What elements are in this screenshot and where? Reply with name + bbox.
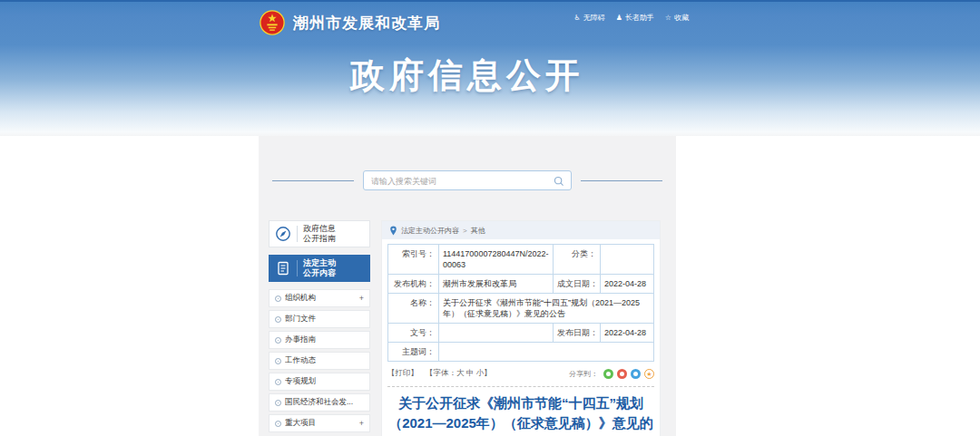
accessibility-icon: ♿ (573, 15, 580, 22)
sidebar-item-special-planning[interactable]: 专项规划 (269, 373, 370, 391)
divider (297, 260, 298, 276)
document-info-table: 索引号： 11441700007280447N/2022-00063 分类： 发… (387, 244, 654, 362)
circle-bullet-icon (275, 358, 281, 364)
written-date-label: 成文日期： (554, 275, 601, 294)
qq-share-icon[interactable] (631, 369, 641, 379)
sidebar-item-department-documents[interactable]: 部门文件 (269, 310, 370, 328)
star-icon: ☆ (665, 15, 671, 22)
written-date-value: 2022-04-28 (601, 275, 654, 294)
document-icon (270, 260, 297, 276)
sidebar-item-label: 工作动态 (285, 355, 364, 366)
site-name: 潮州市发展和改革局 (293, 13, 440, 34)
sidebar-item-service-guide[interactable]: 办事指南 (269, 331, 370, 349)
location-pin-icon (389, 226, 397, 236)
wechat-share-icon[interactable] (603, 369, 613, 379)
circle-bullet-icon (275, 400, 281, 406)
breadcrumb-current: 其他 (471, 226, 485, 236)
keywords-value (439, 343, 654, 362)
sidebar-item-label: 部门文件 (285, 314, 364, 325)
favorite-share-icon[interactable] (644, 369, 654, 379)
agency-label: 发布机构： (388, 275, 439, 294)
content-panel: 政府信息公开指南 法定主动公开内容 组织机构 + (259, 136, 676, 436)
weibo-share-icon[interactable] (617, 369, 627, 379)
sidebar-item-guide[interactable]: 政府信息公开指南 (269, 220, 370, 247)
table-row: 索引号： 11441700007280447N/2022-00063 分类： (388, 245, 654, 275)
doc-number-value (439, 324, 554, 343)
table-row: 文号： 发布日期： 2022-04-28 (388, 324, 654, 343)
circle-bullet-icon (275, 316, 281, 323)
print-button[interactable]: 【打印】 (387, 368, 418, 379)
sidebar-item-label: 重大项目 (285, 418, 359, 429)
dotted-divider (387, 386, 654, 387)
expand-icon[interactable]: + (359, 419, 364, 428)
index-number-label: 索引号： (388, 245, 439, 275)
breadcrumb: 法定主动公开内容 > 其他 (382, 221, 660, 239)
sidebar-item-national-economy[interactable]: 国民经济和社会发... (269, 393, 370, 412)
name-value: 关于公开征求《潮州市节能“十四五”规划（2021—2025年）（征求意见稿）》意… (439, 294, 654, 324)
table-row: 发布机构： 潮州市发展和改革局 成文日期： 2022-04-28 (388, 275, 654, 294)
sidebar-item-major-projects[interactable]: 重大项目 + (269, 414, 370, 432)
person-icon: ♟ (616, 15, 622, 22)
circle-bullet-icon (275, 379, 281, 385)
category-value (601, 245, 654, 275)
publish-date-value: 2022-04-28 (601, 324, 654, 343)
index-number-value: 11441700007280447N/2022-00063 (439, 245, 554, 275)
table-row: 主题词： (388, 343, 654, 362)
sidebar-item-work-updates[interactable]: 工作动态 (269, 352, 370, 370)
elder-assistant-label: 长者助手 (625, 13, 654, 23)
left-divider (272, 180, 354, 181)
circle-bullet-icon (275, 421, 281, 427)
circle-bullet-icon (275, 296, 281, 302)
circle-bullet-icon (275, 337, 281, 344)
expand-icon[interactable]: + (359, 294, 364, 303)
search-box (363, 170, 572, 190)
breadcrumb-section[interactable]: 法定主动公开内容 (401, 226, 459, 236)
sidebar-item-statutory-disclosure[interactable]: 法定主动公开内容 (269, 255, 370, 282)
sidebar: 政府信息公开指南 法定主动公开内容 组织机构 + (269, 220, 370, 435)
site-brand[interactable]: 潮州市发展和改革局 (259, 9, 440, 36)
right-divider (581, 180, 662, 181)
elder-assistant-link[interactable]: ♟ 长者助手 (616, 13, 654, 23)
national-emblem-icon (259, 9, 286, 36)
document-area: 法定主动公开内容 > 其他 索引号： 11441700007280447N/20… (381, 220, 661, 436)
name-label: 名称： (388, 294, 439, 324)
sidebar-item-label: 政府信息公开指南 (303, 224, 343, 244)
sidebar-item-label: 国民经济和社会发... (285, 397, 364, 408)
search-section (259, 136, 676, 190)
banner-title: 政府信息公开 (259, 53, 676, 99)
sidebar-item-organization[interactable]: 组织机构 + (269, 289, 370, 307)
breadcrumb-separator: > (463, 227, 467, 235)
accessibility-link[interactable]: ♿ 无障碍 (573, 13, 604, 23)
utility-links: ♿ 无障碍 ♟ 长者助手 ☆ 收藏 (573, 13, 689, 23)
keywords-label: 主题词： (388, 343, 439, 362)
category-label: 分类： (554, 245, 601, 275)
agency-value: 潮州市发展和改革局 (439, 275, 554, 294)
share-label: 分享到： (569, 369, 598, 379)
font-size-control[interactable]: 【字体：大 中 小】 (426, 368, 492, 379)
favorite-label: 收藏 (674, 13, 689, 23)
page-banner: 潮州市发展和改革局 ♿ 无障碍 ♟ 长者助手 ☆ 收藏 政府信息公开 (0, 0, 980, 136)
doc-number-label: 文号： (388, 324, 439, 343)
table-row: 名称： 关于公开征求《潮州市节能“十四五”规划（2021—2025年）（征求意见… (388, 294, 654, 324)
compass-icon (270, 226, 297, 242)
publish-date-label: 发布日期： (554, 324, 601, 343)
sidebar-item-label: 专项规划 (285, 376, 364, 387)
divider (297, 226, 298, 242)
search-icon[interactable] (553, 175, 565, 188)
favorite-link[interactable]: ☆ 收藏 (665, 13, 689, 23)
article-toolbar: 【打印】 【字体：大 中 小】 分享到： (387, 368, 654, 379)
article-title: 关于公开征求《潮州市节能“十四五”规划（2021—2025年）（征求意见稿）》意… (388, 393, 653, 436)
sidebar-item-label: 办事指南 (285, 334, 364, 345)
sidebar-item-label: 组织机构 (285, 293, 359, 304)
sidebar-item-label: 法定主动公开内容 (303, 258, 343, 278)
accessibility-label: 无障碍 (583, 13, 605, 23)
search-input[interactable] (364, 172, 571, 190)
